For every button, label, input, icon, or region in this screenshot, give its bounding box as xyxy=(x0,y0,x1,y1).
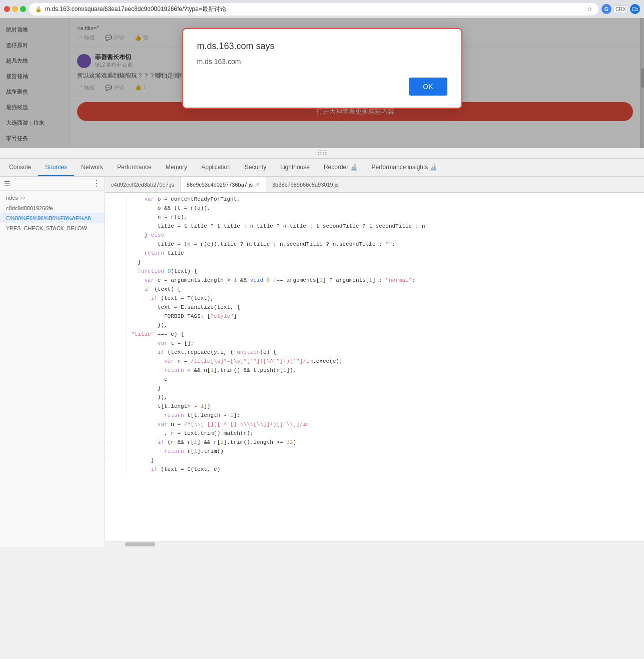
code-line-22: - } xyxy=(105,384,644,393)
devtools-panel: Console Sources Network Performance Memo… xyxy=(0,158,644,547)
dialog-ok-button[interactable]: OK xyxy=(409,78,447,96)
tab-network[interactable]: Network xyxy=(74,159,110,176)
code-line-13: - text = E.sanitize(text, { xyxy=(105,303,644,312)
code-line-1: - var o = contentReadyForTight, xyxy=(105,195,644,204)
left-item-stack[interactable]: YPES_CHECK_STACK_BELOW xyxy=(0,223,105,233)
devtools-tabs: Console Sources Network Performance Memo… xyxy=(0,159,644,177)
tab-memory[interactable]: Memory xyxy=(159,159,194,176)
code-line-3: - n = r(e), xyxy=(105,213,644,222)
left-item-encoded[interactable]: C%80%E6%96%B0%E8%AE%A8 xyxy=(0,213,105,223)
lock-icon: 🔒 xyxy=(35,6,42,13)
code-line-6: - title = (n = r(e)).title ? n.title : n… xyxy=(105,240,644,249)
code-editor[interactable]: - var o = contentReadyForTight, - o && (… xyxy=(105,193,644,541)
sidebar-toggle-icon[interactable]: ☰ xyxy=(4,180,11,188)
ext-crx-icon: CRX xyxy=(613,6,628,13)
code-line-28: - if (r && r[1] && r[1].trim().length >=… xyxy=(105,438,644,447)
file-tabs: c4d92ecff2ed3bb270e7.js 86e9c93c4b029773… xyxy=(105,177,644,193)
code-panel: c4d92ecff2ed3bb270e7.js 86e9c93c4b029773… xyxy=(105,177,644,547)
code-line-18: - if (text.replace(y.i, (function(e) { xyxy=(105,348,644,357)
code-line-29: - return r[1].trim() xyxy=(105,447,644,456)
left-panel-header: ☰ ⋮ xyxy=(0,177,105,191)
page-content: 绝对顶峰 选仔原对 超凡先锋 接盲领袖 战争聚焦 最强候选 大选西游：往来 零号… xyxy=(0,18,644,148)
code-line-24: - t[t.length - 1]) xyxy=(105,402,644,411)
code-line-25: - return t[t.length - 1]; xyxy=(105,411,644,420)
code-line-7: - return title xyxy=(105,249,644,258)
extensions-area: G CRX Cb xyxy=(601,4,640,14)
code-line-10: - var e = arguments.length > 1 && void 0… xyxy=(105,276,644,285)
dialog-overlay: m.ds.163.com says m.ds.163.com OK xyxy=(0,18,644,148)
dialog-title: m.ds.163.com says xyxy=(197,41,447,52)
tab-performance[interactable]: Performance xyxy=(110,159,159,176)
browser-address-bar: 🔒 m.ds.163.com/square/63ea17eec8dc9d0001… xyxy=(0,0,644,18)
devtools-body: ☰ ⋮ rides >> c8dc9d00019266fe C%80%E6%96… xyxy=(0,177,644,547)
file-tab-1[interactable]: c4d92ecff2ed3bb270e7.js xyxy=(105,177,181,192)
dialog-buttons: OK xyxy=(197,78,447,96)
ext-g-icon: G xyxy=(601,4,611,14)
code-line-9: - function D(text) { xyxy=(105,267,644,276)
code-line-4: - title = t.title ? t.title : n.title ? … xyxy=(105,222,644,231)
code-line-2: - o && (t = r(o)), xyxy=(105,204,644,213)
code-line-30: - } xyxy=(105,456,644,465)
close-tab-2[interactable]: ✕ xyxy=(256,182,260,187)
code-line-26: - var n = /^[\\[ []([ ^ [] \\\\[\\]]+)[]… xyxy=(105,420,644,429)
code-line-23: - )), xyxy=(105,393,644,402)
file-tab-3[interactable]: 3b38b7989b66c8a93019.js xyxy=(266,177,345,192)
tab-lighthouse[interactable]: Lighthouse xyxy=(273,159,317,176)
more-options-icon[interactable]: ⋮ xyxy=(93,179,101,188)
code-line-15: - }), xyxy=(105,321,644,330)
code-line-12: - if (text = T(text), xyxy=(105,294,644,303)
left-item-rides[interactable]: rides >> xyxy=(0,193,105,203)
horizontal-scrollbar[interactable] xyxy=(105,541,644,547)
left-item-url[interactable]: c8dc9d00019266fe xyxy=(0,203,105,213)
code-line-31: - if (text = C(text, e) xyxy=(105,465,644,474)
code-line-11: - if (text) { xyxy=(105,285,644,294)
tab-console[interactable]: Console xyxy=(2,159,38,176)
tab-application[interactable]: Application xyxy=(194,159,238,176)
code-line-17: - var t = []; xyxy=(105,339,644,348)
left-panel-items: rides >> c8dc9d00019266fe C%80%E6%96%B0%… xyxy=(0,191,105,547)
devtools-drag-handle[interactable]: ⠿⠿ xyxy=(0,148,644,158)
code-line-21: - e xyxy=(105,375,644,384)
tab-recorder[interactable]: Recorder 🔬 xyxy=(317,159,365,176)
dialog-message: m.ds.163.com xyxy=(197,58,447,66)
tab-perf-insights[interactable]: Performance insights 🔬 xyxy=(365,159,444,176)
user-icon: Cb xyxy=(630,4,640,14)
code-line-20: - return n && n[1].trim() && t.push(n[1]… xyxy=(105,366,644,375)
code-line-8: - } xyxy=(105,258,644,267)
code-line-27: - , r = text.trim().match(n); xyxy=(105,429,644,438)
tab-sources[interactable]: Sources xyxy=(38,159,74,176)
code-line-14: - FORBID_TAGS: ["style"] xyxy=(105,312,644,321)
tab-security[interactable]: Security xyxy=(238,159,273,176)
alert-dialog: m.ds.163.com says m.ds.163.com OK xyxy=(182,28,462,109)
address-field[interactable]: 🔒 m.ds.163.com/square/63ea17eec8dc9d0001… xyxy=(29,3,598,16)
devtools-left-panel: ☰ ⋮ rides >> c8dc9d00019266fe C%80%E6%96… xyxy=(0,177,105,547)
code-line-5: - } else xyxy=(105,231,644,240)
url-text: m.ds.163.com/square/63ea17eec8dc9d000192… xyxy=(45,5,226,14)
file-tab-2[interactable]: 86e9c93c4b0297736ba7.js ✕ xyxy=(181,177,266,192)
code-line-19: - var n = /title[\s]*=[\s]*['"]([\^'"]+)… xyxy=(105,357,644,366)
code-line-16: - "title" === e) { xyxy=(105,330,644,339)
star-icon[interactable]: ☆ xyxy=(587,6,592,13)
